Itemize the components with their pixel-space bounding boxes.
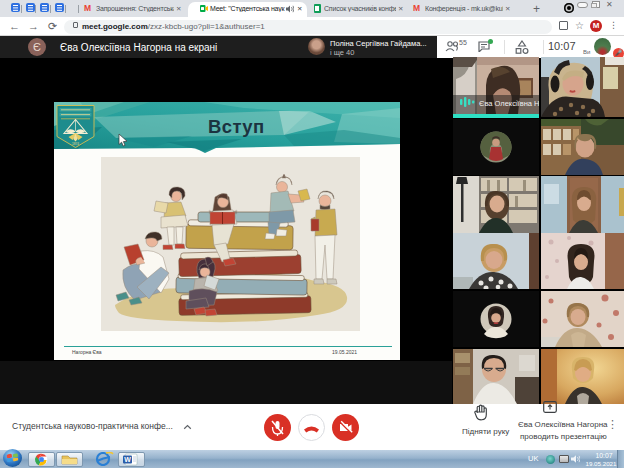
svg-text:Єва Олексіївна Н...: Єва Олексіївна Н...: [479, 99, 539, 108]
svg-text:Вступ: Вступ: [208, 116, 265, 137]
svg-text:19.05.2021: 19.05.2021: [332, 349, 357, 355]
svg-text:1874: 1874: [72, 142, 79, 146]
svg-text:W: W: [124, 456, 131, 463]
svg-text:Нагорна Єва: Нагорна Єва: [72, 349, 102, 355]
